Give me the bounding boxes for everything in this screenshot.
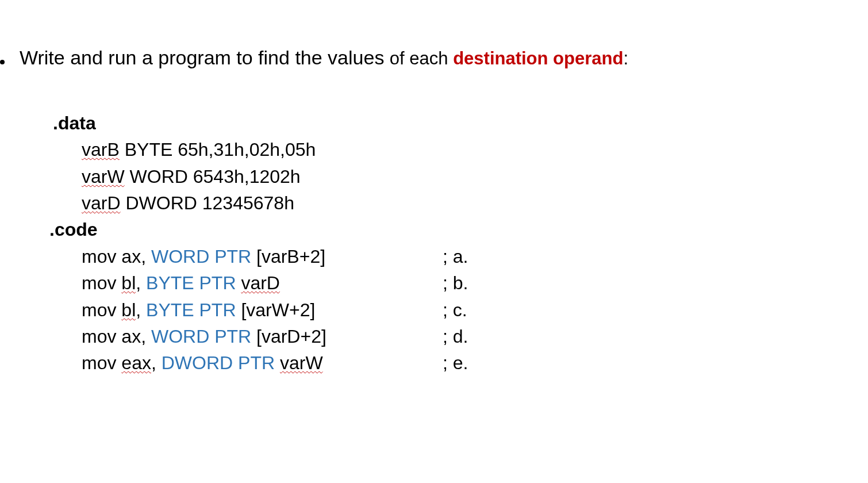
instr-comment-b: ; b. <box>443 270 468 296</box>
instr-comment-c: ; c. <box>443 297 467 323</box>
instr-pre2: , <box>136 300 146 320</box>
instr-row-b: mov bl, BYTE PTR varD ; b. <box>82 270 868 296</box>
instr-mid: [varB+2] <box>251 246 325 267</box>
instr-d: mov ax, WORD PTR [varD+2] <box>82 323 443 350</box>
instr-c: mov bl, BYTE PTR [varW+2] <box>82 297 443 323</box>
instr-kw: WORD PTR <box>151 246 251 267</box>
instr-mid: [varD+2] <box>251 326 327 347</box>
instr-kw: BYTE PTR <box>146 300 236 320</box>
decl-varD-rest: DWORD 12345678h <box>121 193 294 213</box>
bullet-line: Write and run a program to find the valu… <box>0 46 868 70</box>
instr-presq: bl <box>121 273 136 293</box>
instr-mid <box>275 352 280 373</box>
instr-kw: BYTE PTR <box>146 273 236 293</box>
instr-e: mov eax, DWORD PTR varW <box>82 350 443 376</box>
instr-pre2: , <box>151 352 162 373</box>
instr-row-a: mov ax, WORD PTR [varB+2] ; a. <box>82 243 868 270</box>
instr-comment-e: ; e. <box>443 350 468 376</box>
instr-comment-a: ; a. <box>443 243 468 270</box>
decl-varW-rest: WORD 6543h,1202h <box>125 166 301 187</box>
instr-comment-d: ; d. <box>443 323 468 350</box>
bullet-dot-icon <box>0 60 5 64</box>
decl-varW: varW WORD 6543h,1202h <box>82 163 868 190</box>
instr-b: mov bl, BYTE PTR varD <box>82 270 443 296</box>
bullet-colon: : <box>623 48 628 68</box>
instr-pre: mov ax, <box>82 326 151 347</box>
instr-kw: WORD PTR <box>151 326 251 347</box>
data-section-label: .data <box>53 110 868 136</box>
instr-pre: mov ax, <box>82 246 151 267</box>
bullet-prefix: Write and run a program to find the valu… <box>20 47 390 68</box>
instr-squig: varW <box>280 352 323 373</box>
instr-kw: DWORD PTR <box>162 352 275 373</box>
decl-varB-rest: BYTE 65h,31h,02h,05h <box>120 139 316 160</box>
decl-varB-name: varB <box>82 139 120 160</box>
instr-presq: bl <box>121 300 136 320</box>
instr-mid: [varW+2] <box>236 300 316 320</box>
bullet-of-each: of each <box>390 48 453 68</box>
decl-varW-name: varW <box>82 166 125 187</box>
bullet-text: Write and run a program to find the valu… <box>20 46 628 70</box>
instr-row-e: mov eax, DWORD PTR varW ; e. <box>82 350 868 376</box>
code-block: .data varB BYTE 65h,31h,02h,05h varW WOR… <box>49 110 868 377</box>
decl-varB: varB BYTE 65h,31h,02h,05h <box>82 136 868 163</box>
bullet-highlight: destination operand <box>453 48 623 68</box>
instr-a: mov ax, WORD PTR [varB+2] <box>82 243 443 270</box>
instr-pre: mov <box>82 300 121 320</box>
decl-varD: varD DWORD 12345678h <box>82 190 868 216</box>
instr-row-d: mov ax, WORD PTR [varD+2] ; d. <box>82 323 868 350</box>
decl-varD-name: varD <box>82 193 121 213</box>
page: Write and run a program to find the valu… <box>0 0 868 377</box>
instr-pre: mov <box>82 273 121 293</box>
instr-squig: varD <box>241 273 280 293</box>
instr-row-c: mov bl, BYTE PTR [varW+2] ; c. <box>82 297 868 323</box>
instr-pre2: , <box>136 273 146 293</box>
code-section-label: .code <box>49 216 868 243</box>
instr-presq: eax <box>121 352 151 373</box>
instr-pre: mov <box>82 352 121 373</box>
